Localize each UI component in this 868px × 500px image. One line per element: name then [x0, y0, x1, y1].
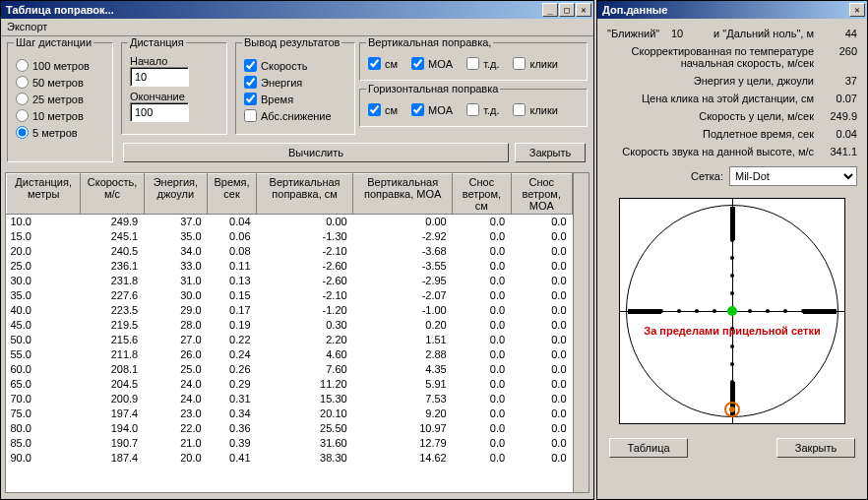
table-row[interactable]: 15.0245.135.00.06-1.30-2.920.00.0 — [7, 229, 573, 244]
output-group: Вывод результатов Скорость Энергия Время… — [235, 42, 355, 135]
vcorr-cm[interactable]: см — [368, 57, 398, 70]
chk-time[interactable]: Время — [244, 93, 346, 105]
table-row[interactable]: 40.0223.529.00.17-1.20-1.000.00.0 — [7, 303, 573, 318]
main-window: Таблица поправок... _ □ ✕ Экспорт Шаг ди… — [0, 0, 594, 500]
reticle-warning: За пределами прицельной сетки — [620, 325, 844, 337]
info-row: Энергия у цели, джоули37 — [597, 72, 867, 90]
hcorr-cm[interactable]: см — [368, 103, 398, 116]
end-label: Окончание — [130, 91, 218, 102]
table-row[interactable]: 45.0219.528.00.190.300.200.00.0 — [7, 318, 573, 333]
table-button[interactable]: Таблица — [609, 438, 688, 458]
step-radio-3[interactable]: 10 метров — [16, 109, 104, 122]
output-legend: Вывод результатов — [242, 36, 341, 48]
side-close-btn[interactable]: Закрыть — [776, 438, 855, 458]
table-row[interactable]: 50.0215.627.00.222.201.510.00.0 — [7, 333, 573, 347]
close-table-button[interactable]: Закрыть — [515, 143, 586, 162]
dist-legend: Дистанция — [128, 36, 186, 48]
col-header[interactable]: Снос ветром, см — [453, 174, 511, 215]
side-title: Доп.данные — [599, 4, 849, 16]
step-radio-4[interactable]: 5 метров — [16, 126, 104, 139]
col-header[interactable]: Скорость, м/с — [81, 174, 144, 215]
close-button[interactable]: ✕ — [576, 3, 591, 17]
table-row[interactable]: 85.0190.721.00.3931.6012.790.00.0 — [7, 436, 573, 451]
vcorr-clk[interactable]: клики — [513, 57, 557, 70]
step-group: Шаг дистанции 100 метров50 метров25 метр… — [7, 42, 113, 162]
table-row[interactable]: 65.0204.524.00.2911.205.910.00.0 — [7, 377, 573, 392]
table-row[interactable]: 25.0236.133.00.11-2.60-3.550.00.0 — [7, 259, 573, 274]
table-row[interactable]: 60.0208.125.00.267.604.350.00.0 — [7, 362, 573, 377]
main-titlebar: Таблица поправок... _ □ ✕ — [1, 1, 593, 19]
table-row[interactable]: 35.0227.630.00.15-2.10-2.070.00.0 — [7, 288, 573, 303]
table-row[interactable]: 55.0211.826.00.244.602.880.00.0 — [7, 347, 573, 362]
calc-button[interactable]: Вычислить — [123, 143, 509, 162]
start-input[interactable] — [130, 67, 189, 87]
menu-bar: Экспорт — [1, 19, 593, 36]
table-row[interactable]: 90.0187.420.00.4138.3014.620.00.0 — [7, 451, 573, 466]
col-header[interactable]: Снос ветром, MOA — [511, 174, 572, 215]
table-row[interactable]: 70.0200.924.00.3115.307.530.00.0 — [7, 392, 573, 406]
vcorr-td[interactable]: т.д. — [466, 57, 499, 70]
table-row[interactable]: 80.0194.022.00.3625.5010.970.00.0 — [7, 421, 573, 436]
step-radio-2[interactable]: 25 метров — [16, 93, 104, 105]
maximize-button[interactable]: □ — [559, 3, 575, 17]
end-input[interactable] — [130, 102, 189, 122]
col-header[interactable]: Вертикальная поправка, см — [257, 174, 353, 215]
table-row[interactable]: 10.0249.937.00.040.000.000.00.0 — [7, 215, 573, 229]
col-header[interactable]: Вертикальная поправка, MOA — [353, 174, 453, 215]
step-radio-1[interactable]: 50 метров — [16, 76, 104, 89]
side-titlebar: Доп.данные ✕ — [597, 1, 867, 19]
step-legend: Шаг дистанции — [14, 36, 93, 48]
hcorr-clk[interactable]: клики — [513, 103, 557, 116]
start-label: Начало — [130, 55, 218, 67]
minimize-button[interactable]: _ — [542, 3, 558, 17]
results-table-wrap: Дистанция, метрыСкорость, м/сЭнергия, дж… — [5, 172, 589, 493]
main-title: Таблица поправок... — [3, 4, 542, 16]
results-table: Дистанция, метрыСкорость, м/сЭнергия, дж… — [6, 173, 573, 466]
chk-speed[interactable]: Скорость — [244, 59, 346, 72]
step-radio-0[interactable]: 100 метров — [16, 59, 104, 72]
info-row: Цена клика на этой дистанции, см0.07 — [597, 90, 867, 107]
impact-icon — [724, 402, 740, 417]
col-header[interactable]: Дистанция, метры — [7, 174, 81, 215]
table-row[interactable]: 30.0231.831.00.13-2.60-2.950.00.0 — [7, 274, 573, 288]
menu-export[interactable]: Экспорт — [7, 21, 47, 32]
zero-row: "Ближний" 10 и "Дальний ноль", м 44 — [597, 25, 867, 42]
vertical-scrollbar[interactable] — [573, 173, 589, 492]
reticle-select[interactable]: Mil-Dot — [729, 166, 857, 186]
reticle-label: Сетка: — [607, 170, 723, 182]
info-row: Скорректированная по температуре начальн… — [597, 42, 867, 72]
info-row: Подлетное время, сек0.04 — [597, 125, 867, 143]
col-header[interactable]: Время, сек — [208, 174, 257, 215]
side-window: Доп.данные ✕ "Ближний" 10 и "Дальний нол… — [596, 0, 868, 500]
hcorr-legend: Горизонтальная поправка — [366, 83, 500, 94]
vcorr-moa[interactable]: MOA — [411, 57, 453, 70]
info-row: Скорость звука на данной высоте, м/с341.… — [597, 143, 867, 160]
table-row[interactable]: 20.0240.534.00.08-2.10-3.680.00.0 — [7, 244, 573, 259]
reticle-display: За пределами прицельной сетки — [619, 198, 845, 424]
hcorr-group: Горизонтальная поправка см MOA т.д. клик… — [359, 89, 588, 127]
chk-energy[interactable]: Энергия — [244, 76, 346, 89]
col-header[interactable]: Энергия, джоули — [144, 174, 207, 215]
hcorr-moa[interactable]: MOA — [411, 103, 453, 116]
hcorr-td[interactable]: т.д. — [466, 103, 499, 116]
dist-group: Дистанция Начало Окончание — [121, 42, 227, 135]
vcorr-legend: Вертикальная поправка, — [366, 36, 493, 48]
side-close-button[interactable]: ✕ — [849, 3, 865, 17]
info-row: Скорость у цели, м/сек249.9 — [597, 107, 867, 125]
chk-drop[interactable]: Абс.снижение — [244, 109, 346, 122]
center-dot-icon — [727, 306, 737, 316]
table-row[interactable]: 75.0197.423.00.3420.109.200.00.0 — [7, 406, 573, 421]
vcorr-group: Вертикальная поправка, см MOA т.д. клики — [359, 42, 588, 81]
